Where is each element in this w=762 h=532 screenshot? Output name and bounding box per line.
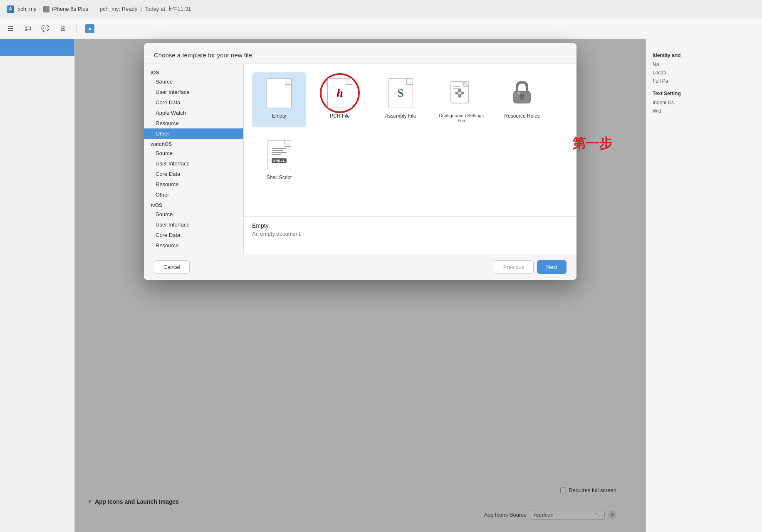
- cancel-button[interactable]: Cancel: [154, 260, 190, 274]
- template-grid: Empty h PCH File: [244, 64, 576, 217]
- sidebar-tvos-coredata[interactable]: Core Data: [144, 230, 243, 240]
- template-config[interactable]: Configuration Settings File: [434, 72, 488, 127]
- template-empty[interactable]: Empty: [252, 72, 306, 127]
- shell-icon-wrap: SHELL: [262, 138, 296, 171]
- sidebar-ios-applewatch[interactable]: Apple Watch: [144, 108, 243, 118]
- pch-label: PCH File: [330, 113, 350, 119]
- svg-point-3: [458, 92, 461, 94]
- identity-section-title: Identity and: [653, 52, 755, 58]
- nav-buttons: Previous Next: [494, 260, 567, 274]
- template-grid-area: Empty h PCH File: [244, 64, 576, 254]
- next-button[interactable]: Next: [537, 260, 567, 274]
- dialog-overlay: Choose a template for your new file: iOS…: [75, 39, 646, 532]
- resource-rules-label: Resource Rules: [504, 113, 539, 119]
- shell-line-3: [272, 152, 287, 153]
- toolbar: ☰ 🏷 💬 ⊞ ■: [0, 18, 762, 39]
- sidebar-watchos-other[interactable]: Other: [144, 190, 243, 200]
- pch-file-icon: h: [327, 78, 352, 108]
- location-row: Locati: [653, 70, 755, 76]
- name-row: Na: [653, 62, 755, 67]
- template-sidebar: iOS Source User Interface Core Data Appl…: [144, 64, 244, 254]
- xcode-icon: A: [7, 5, 14, 13]
- svg-rect-16: [521, 96, 523, 100]
- shell-label: Shell Script: [267, 175, 292, 180]
- sidebar-watchos-resource[interactable]: Resource: [144, 179, 243, 190]
- text-settings-title: Text Setting: [653, 91, 755, 96]
- title-bar: A pch_my › iPhone 6s Plus pch_my: Ready …: [0, 0, 762, 18]
- shell-lines: [270, 146, 288, 157]
- shell-tag: SHELL: [272, 158, 287, 163]
- fullpath-row: Full Pa: [653, 78, 755, 84]
- assembly-icon-wrap: S: [384, 76, 417, 110]
- sidebar-ios-ui[interactable]: User Interface: [144, 87, 243, 97]
- sidebar-ios-header: iOS: [144, 67, 243, 76]
- sidebar-tvos-header: tvOS: [144, 200, 243, 209]
- left-panel: [0, 39, 75, 532]
- device-icon: [43, 6, 49, 12]
- previous-button[interactable]: Previous: [494, 260, 534, 274]
- gear-svg: [449, 81, 474, 106]
- config-label: Configuration Settings File: [438, 113, 484, 123]
- template-description: Empty An empty document.: [244, 217, 576, 254]
- indent-row: Indent Us: [653, 100, 755, 106]
- tag-icon[interactable]: 🏷: [22, 23, 33, 34]
- desc-body: An empty document.: [252, 231, 568, 237]
- sidebar-watchos-header: watchOS: [144, 139, 243, 148]
- assembly-icon-letter: S: [397, 86, 404, 100]
- shell-line-4: [272, 154, 281, 155]
- dialog-header: Choose a template for your new file:: [144, 43, 576, 64]
- template-pch[interactable]: h PCH File: [313, 72, 367, 127]
- config-icon-wrap: [445, 76, 478, 110]
- nav-header: [0, 39, 74, 56]
- template-assembly[interactable]: S Assembly File: [374, 72, 428, 127]
- sidebar-ios-source[interactable]: Source: [144, 76, 243, 87]
- sidebar-tvos-ui[interactable]: User Interface: [144, 219, 243, 230]
- assembly-label: Assembly File: [385, 113, 416, 119]
- sidebar-watchos-ui[interactable]: User Interface: [144, 158, 243, 169]
- empty-label: Empty: [272, 113, 286, 119]
- right-panel: Identity and Na Locati Full Pa Text Sett…: [646, 39, 762, 532]
- pch-icon-wrap: h: [323, 76, 356, 110]
- shell-file-icon: SHELL: [267, 140, 291, 169]
- nav-toggle-icon[interactable]: ☰: [5, 23, 16, 34]
- sidebar-tvos-source[interactable]: Source: [144, 209, 243, 219]
- width-row: Wid: [653, 108, 755, 114]
- dialog-footer: Cancel Previous Next: [144, 254, 576, 280]
- grid-icon[interactable]: ⊞: [57, 23, 68, 34]
- device-name[interactable]: iPhone 6s Plus: [52, 6, 88, 12]
- sidebar-ios-other[interactable]: Other: [144, 128, 243, 139]
- main-area: Requires full screen ▼ App Icons and Lau…: [0, 39, 762, 532]
- sidebar-tvos-resource[interactable]: Resource: [144, 240, 243, 251]
- sidebar-watchos-coredata[interactable]: Core Data: [144, 169, 243, 179]
- shell-line-2: [272, 150, 283, 151]
- lock-svg: [509, 78, 535, 108]
- title-status: pch_my: Ready | Today at 上午11:31: [100, 5, 191, 13]
- assembly-file-icon: S: [388, 78, 413, 108]
- template-resource-rules[interactable]: Resource Rules: [495, 72, 549, 127]
- empty-file-icon: [267, 78, 292, 108]
- desc-title: Empty: [252, 222, 568, 229]
- dialog-body: iOS Source User Interface Core Data Appl…: [144, 64, 576, 254]
- shell-line-1: [272, 148, 287, 149]
- template-shell[interactable]: SHELL Shell Script: [252, 134, 306, 185]
- pch-icon-letter: h: [336, 86, 343, 100]
- resource-rules-icon-wrap: [505, 76, 539, 110]
- breadcrumb: pch_my › iPhone 6s Plus: [17, 6, 88, 12]
- center-area: Requires full screen ▼ App Icons and Lau…: [75, 39, 646, 532]
- breadcrumb-sep: ›: [39, 7, 41, 12]
- chat-icon[interactable]: 💬: [40, 23, 51, 34]
- empty-icon-wrap: [262, 76, 296, 110]
- project-name[interactable]: pch_my: [17, 6, 37, 12]
- file-icon-toolbar[interactable]: ■: [85, 24, 94, 33]
- new-file-dialog: Choose a template for your new file: iOS…: [144, 43, 576, 280]
- sidebar-ios-resource[interactable]: Resource: [144, 118, 243, 128]
- sidebar-watchos-source[interactable]: Source: [144, 148, 243, 158]
- dialog-title: Choose a template for your new file:: [154, 52, 254, 59]
- sidebar-ios-coredata[interactable]: Core Data: [144, 97, 243, 108]
- separator: [77, 24, 77, 34]
